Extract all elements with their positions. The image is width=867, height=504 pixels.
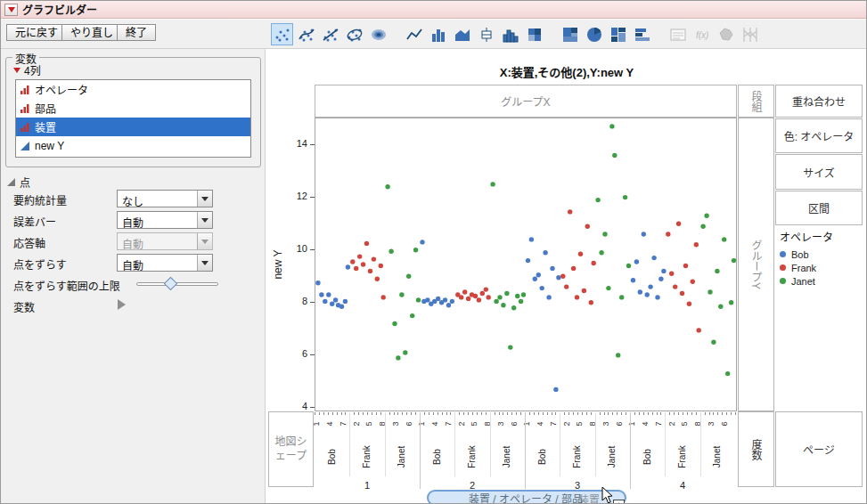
x-tick-mark	[573, 412, 574, 415]
drop-zone-color[interactable]: 色: オペレータ	[775, 118, 863, 153]
slider-thumb[interactable]	[164, 277, 178, 291]
option-label: 誤差バー	[13, 214, 56, 229]
element-area-icon[interactable]	[451, 23, 473, 45]
element-bar-icon[interactable]	[427, 23, 449, 45]
x-device-divider	[525, 412, 526, 489]
点をずらす-dropdown[interactable]: 自動	[117, 254, 213, 272]
x-tick-mark	[520, 412, 521, 415]
drop-zone-page[interactable]: ページ	[775, 411, 863, 487]
element-caption-box-icon[interactable]	[667, 23, 689, 45]
element-packed-bars-icon[interactable]	[631, 23, 653, 45]
x-tick-mark	[402, 412, 403, 415]
column-name: 部品	[35, 101, 56, 116]
legend-item-Janet[interactable]: Janet	[780, 274, 863, 288]
x-part-label: 2	[457, 415, 466, 433]
variables-groupbox: 変数 4列 オペレータ部品装置new Y	[5, 57, 261, 167]
column-item-オペレータ[interactable]: オペレータ	[16, 80, 250, 99]
dropdown-value: なし	[122, 193, 143, 208]
drop-zone-freq[interactable]: 度数	[738, 411, 774, 487]
undo-button[interactable]: 元に戻す	[6, 24, 67, 41]
legend-label: Janet	[791, 276, 815, 287]
chevron-down-icon	[197, 255, 212, 271]
legend-item-Frank[interactable]: Frank	[780, 261, 863, 274]
option-row-要約統計量: 要約統計量なし	[1, 188, 265, 209]
drop-zone-overlay[interactable]: 重ね合わせ	[775, 85, 863, 118]
x-operator-divider	[595, 412, 596, 476]
x-part-label: 3	[601, 415, 610, 433]
scatter-plot[interactable]	[315, 118, 736, 411]
plot-area[interactable]	[315, 118, 737, 411]
y-tick-label: 4	[302, 401, 307, 411]
y-tick-mark	[310, 197, 315, 198]
誤差バー-dropdown[interactable]: 自動	[117, 211, 213, 229]
応答軸-dropdown[interactable]: 自動	[117, 232, 213, 250]
legend-marker-icon	[780, 264, 786, 271]
redo-button[interactable]: やり直し	[61, 24, 122, 41]
done-button[interactable]: 終了	[117, 24, 156, 41]
drop-zone-interval[interactable]: 区間	[775, 191, 863, 225]
element-map-shapes-icon[interactable]	[715, 23, 737, 45]
element-parallel-plot-icon[interactable]	[739, 23, 761, 45]
x-tick-mark	[547, 412, 548, 415]
columns-count-label: 4列	[24, 62, 41, 77]
x-tick-mark	[389, 412, 390, 415]
x-tick-mark	[735, 412, 736, 415]
column-item-new Y[interactable]: new Y	[16, 136, 250, 155]
x-part-label: 2	[352, 415, 361, 433]
element-histogram-icon[interactable]	[499, 23, 521, 45]
element-line-of-fit-icon[interactable]	[319, 23, 341, 45]
x-tick-mark	[495, 412, 495, 415]
option-label: 変数	[13, 299, 35, 314]
x-operator-label: Frank	[572, 437, 583, 476]
red-triangle-menu-button[interactable]	[4, 4, 18, 16]
x-operator-divider	[349, 412, 350, 476]
y-tick-label: 14	[297, 138, 307, 149]
x-tick-mark	[652, 412, 653, 415]
x-tick-mark	[717, 412, 718, 415]
element-smoother-icon[interactable]	[295, 23, 317, 45]
drop-zone-group-x[interactable]: グループX	[315, 85, 737, 118]
legend-item-Bob[interactable]: Bob	[780, 248, 863, 261]
element-points-icon[interactable]	[271, 23, 293, 45]
x-axis[interactable]: 14725836BobFrankJanet114725836BobFrankJa…	[315, 412, 737, 491]
x-tick-mark	[600, 412, 601, 415]
element-mosaic-icon[interactable]	[607, 23, 629, 45]
y-tick-mark	[310, 249, 315, 250]
element-ellipse-icon[interactable]	[343, 23, 365, 45]
window-title: グラフビルダー	[22, 2, 97, 17]
x-tick-mark	[337, 412, 338, 415]
report-titlebar: グラフビルダー	[1, 1, 866, 19]
element-line-icon[interactable]	[403, 23, 425, 45]
option-label: 要約統計量	[13, 192, 67, 207]
element-formula-icon[interactable]: f(x)	[691, 23, 713, 45]
disclosure-closed-icon[interactable]	[118, 299, 126, 310]
column-item-装置[interactable]: 装置	[16, 118, 250, 136]
drop-zone-size[interactable]: サイズ	[775, 154, 863, 190]
drop-zone-map-shape[interactable]: 地図シェープ	[268, 411, 314, 487]
graph-builder-toolbar: 元に戻す やり直し 終了 f(x)	[1, 20, 866, 49]
red-triangle-icon	[13, 68, 20, 73]
y-axis-title: new Y	[272, 238, 284, 291]
legend-label: Bob	[791, 249, 809, 260]
svg-text:f(x): f(x)	[696, 30, 708, 40]
要約統計量-dropdown[interactable]: なし	[117, 190, 213, 207]
x-part-label: 8	[378, 415, 387, 433]
jitter-limit-slider[interactable]	[136, 276, 218, 292]
columns-header[interactable]: 4列	[13, 62, 41, 77]
element-contour-icon[interactable]	[367, 23, 389, 45]
x-part-label: 8	[693, 415, 702, 433]
drop-zone-wrap[interactable]: 段組	[738, 85, 774, 118]
dropdown-value: 自動	[122, 215, 143, 230]
legend-marker-icon	[780, 251, 786, 257]
column-item-部品[interactable]: 部品	[16, 99, 250, 118]
x-part-label: 7	[339, 415, 348, 433]
x-tick-mark	[639, 412, 640, 415]
element-box-plot-icon[interactable]	[475, 23, 497, 45]
x-operator-divider	[490, 412, 491, 476]
element-treemap-icon[interactable]	[559, 23, 581, 45]
continuous-column-icon	[20, 141, 30, 151]
drop-zone-group-y[interactable]: グループY	[738, 118, 774, 411]
graph-builder-window: グラフビルダー 元に戻す やり直し 終了 f(x) 変数 4列 オペレータ部品装…	[0, 0, 867, 504]
element-heatmap-icon[interactable]	[523, 23, 545, 45]
element-pie-icon[interactable]	[583, 23, 605, 45]
